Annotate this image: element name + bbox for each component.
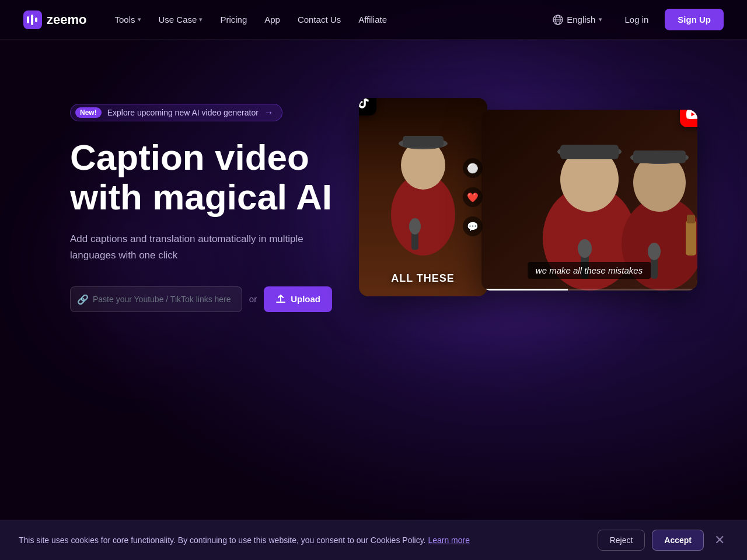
- youtube-badge: [680, 110, 697, 127]
- url-input-wrap: 🔗: [70, 286, 242, 312]
- video-container: ⚪ ❤️ 💬 ALL THESE: [359, 98, 697, 308]
- svg-rect-2: [31, 15, 33, 25]
- hero-title-line1: Caption video: [70, 137, 309, 177]
- new-tag: New!: [75, 107, 102, 118]
- svg-rect-3: [35, 18, 37, 22]
- hero-subtitle: Add captions and translation automatical…: [70, 231, 315, 262]
- tiktok-heart-icon: ❤️: [463, 187, 483, 207]
- close-cookie-icon[interactable]: ✕: [711, 533, 728, 548]
- cookie-learn-more-link[interactable]: Learn more: [428, 536, 470, 545]
- svg-point-14: [409, 218, 421, 235]
- upload-icon: [275, 294, 286, 304]
- login-button[interactable]: Log in: [617, 11, 655, 28]
- usecase-nav-link[interactable]: Use Case ▾: [152, 11, 210, 28]
- reject-button[interactable]: Reject: [598, 530, 645, 551]
- globe-icon: [553, 15, 563, 25]
- tools-chevron-icon: ▾: [138, 16, 141, 23]
- cookie-text: This site uses cookies for core function…: [19, 536, 586, 545]
- cookie-banner: This site uses cookies for core function…: [0, 520, 747, 560]
- svg-rect-24: [633, 150, 686, 163]
- language-selector[interactable]: English ▾: [547, 11, 608, 29]
- nav-links: Tools ▾ Use Case ▾ Pricing App Contact U…: [107, 11, 394, 28]
- hero-title-line2: with magical AI: [70, 177, 332, 217]
- youtube-caption: we make all these mistakes: [528, 262, 651, 279]
- tiktok-interactions: ⚪ ❤️ 💬: [463, 158, 483, 236]
- tools-nav-link[interactable]: Tools ▾: [107, 11, 148, 28]
- svg-rect-21: [560, 145, 619, 159]
- nav-right: English ▾ Log in Sign Up: [547, 9, 724, 30]
- svg-rect-12: [403, 136, 444, 148]
- hero-left: New! Explore upcoming new AI video gener…: [70, 86, 332, 312]
- cookie-actions: Reject Accept ✕: [598, 530, 728, 551]
- hero-right: ⚪ ❤️ 💬 ALL THESE: [355, 86, 700, 308]
- navbar: zeemo Tools ▾ Use Case ▾ Pricing App Con…: [0, 0, 747, 40]
- tiktok-badge: [359, 98, 376, 116]
- svg-point-28: [648, 243, 661, 260]
- signup-button[interactable]: Sign Up: [665, 9, 724, 30]
- pricing-nav-link[interactable]: Pricing: [213, 11, 254, 28]
- badge-arrow-icon: →: [264, 107, 274, 118]
- language-label: English: [567, 15, 595, 24]
- tiktok-video-card: ⚪ ❤️ 💬 ALL THESE: [359, 98, 487, 296]
- url-input[interactable]: [70, 286, 242, 312]
- tiktok-comment-icon: 💬: [463, 216, 483, 236]
- tiktok-like-icon: ⚪: [463, 158, 483, 178]
- app-nav-link[interactable]: App: [257, 11, 287, 28]
- logo-text: zeemo: [47, 12, 86, 27]
- logo[interactable]: zeemo: [23, 10, 86, 29]
- link-icon: 🔗: [77, 293, 89, 304]
- youtube-icon: [686, 110, 697, 119]
- svg-rect-30: [687, 215, 695, 223]
- video-progress-fill: [481, 289, 568, 290]
- affiliate-nav-link[interactable]: Affiliate: [351, 11, 394, 28]
- svg-point-26: [578, 239, 592, 258]
- tiktok-icon: [359, 98, 371, 110]
- video-progress-bar: [481, 289, 697, 290]
- accept-button[interactable]: Accept: [652, 530, 704, 551]
- contact-nav-link[interactable]: Contact Us: [291, 11, 348, 28]
- nav-left: zeemo Tools ▾ Use Case ▾ Pricing App Con…: [23, 10, 394, 29]
- usecase-chevron-icon: ▾: [199, 16, 203, 23]
- or-text: or: [249, 294, 257, 304]
- youtube-video-card: we make all these mistakes: [481, 110, 697, 290]
- badge-text: Explore upcoming new AI video generator: [107, 108, 259, 117]
- svg-rect-1: [27, 16, 29, 23]
- input-row: 🔗 or Upload: [70, 286, 332, 312]
- new-badge[interactable]: New! Explore upcoming new AI video gener…: [70, 104, 282, 121]
- upload-button[interactable]: Upload: [264, 286, 332, 312]
- svg-rect-29: [686, 220, 696, 256]
- tiktok-caption: ALL THESE: [359, 272, 487, 285]
- language-chevron-icon: ▾: [599, 16, 602, 23]
- hero-section: New! Explore upcoming new AI video gener…: [0, 40, 747, 448]
- tiktok-person: [371, 110, 476, 285]
- hero-title: Caption video with magical AI: [70, 138, 332, 217]
